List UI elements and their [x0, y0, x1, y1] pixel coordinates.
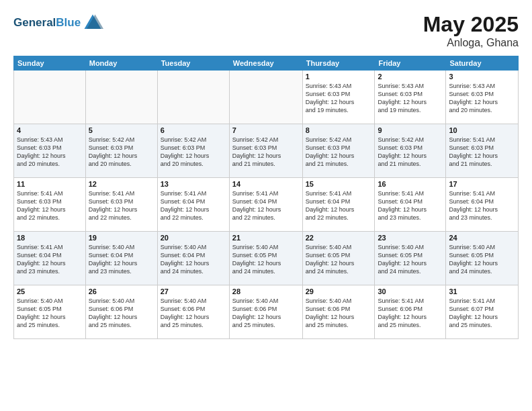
calendar-cell: 18Sunrise: 5:41 AM Sunset: 6:04 PM Dayli…: [14, 232, 86, 285]
calendar-cell: 2Sunrise: 5:43 AM Sunset: 6:03 PM Daylig…: [375, 71, 446, 124]
calendar-cell: 13Sunrise: 5:41 AM Sunset: 6:04 PM Dayli…: [157, 178, 229, 232]
calendar-cell: 14Sunrise: 5:41 AM Sunset: 6:04 PM Dayli…: [229, 178, 302, 232]
day-info: Sunrise: 5:41 AM Sunset: 6:04 PM Dayligh…: [17, 243, 83, 276]
day-number: 21: [232, 234, 300, 242]
day-number: 8: [306, 126, 372, 134]
day-info: Sunrise: 5:40 AM Sunset: 6:05 PM Dayligh…: [17, 297, 83, 330]
calendar-cell: 21Sunrise: 5:40 AM Sunset: 6:05 PM Dayli…: [229, 232, 302, 285]
calendar-week-row: 4Sunrise: 5:43 AM Sunset: 6:03 PM Daylig…: [14, 124, 519, 178]
day-info: Sunrise: 5:40 AM Sunset: 6:06 PM Dayligh…: [161, 297, 226, 330]
day-number: 31: [449, 287, 515, 295]
day-number: 20: [161, 234, 226, 242]
day-number: 22: [306, 234, 372, 242]
calendar-cell: 27Sunrise: 5:40 AM Sunset: 6:06 PM Dayli…: [157, 285, 229, 339]
calendar-table: SundayMondayTuesdayWednesdayThursdayFrid…: [13, 56, 519, 339]
day-info: Sunrise: 5:41 AM Sunset: 6:06 PM Dayligh…: [378, 297, 443, 330]
calendar-day-header: Sunday: [14, 56, 86, 71]
day-number: 11: [17, 180, 83, 188]
day-number: 23: [378, 234, 443, 242]
calendar-cell: 26Sunrise: 5:40 AM Sunset: 6:06 PM Dayli…: [85, 285, 157, 339]
calendar-cell: 9Sunrise: 5:42 AM Sunset: 6:03 PM Daylig…: [375, 124, 446, 178]
day-number: 13: [161, 180, 226, 188]
calendar-week-row: 11Sunrise: 5:41 AM Sunset: 6:03 PM Dayli…: [14, 178, 519, 232]
main-title: May 2025: [423, 12, 519, 37]
day-number: 29: [306, 287, 372, 295]
day-info: Sunrise: 5:42 AM Sunset: 6:03 PM Dayligh…: [306, 136, 372, 169]
day-info: Sunrise: 5:40 AM Sunset: 6:06 PM Dayligh…: [89, 297, 154, 330]
day-info: Sunrise: 5:40 AM Sunset: 6:05 PM Dayligh…: [306, 243, 372, 276]
calendar-day-header: Tuesday: [157, 56, 229, 71]
day-number: 14: [232, 180, 300, 188]
calendar-cell: 19Sunrise: 5:40 AM Sunset: 6:04 PM Dayli…: [85, 232, 157, 285]
day-number: 18: [17, 234, 83, 242]
day-number: 30: [378, 287, 443, 295]
day-info: Sunrise: 5:42 AM Sunset: 6:03 PM Dayligh…: [232, 136, 300, 169]
day-info: Sunrise: 5:43 AM Sunset: 6:03 PM Dayligh…: [378, 82, 443, 115]
day-number: 19: [89, 234, 154, 242]
page: GeneralBlue May 2025 Anloga, Ghana Sunda…: [0, 0, 532, 411]
calendar-week-row: 25Sunrise: 5:40 AM Sunset: 6:05 PM Dayli…: [14, 285, 519, 339]
calendar-cell: 30Sunrise: 5:41 AM Sunset: 6:06 PM Dayli…: [375, 285, 446, 339]
calendar-cell: 12Sunrise: 5:41 AM Sunset: 6:03 PM Dayli…: [85, 178, 157, 232]
day-number: 5: [89, 126, 154, 134]
day-number: 10: [449, 126, 515, 134]
day-info: Sunrise: 5:40 AM Sunset: 6:06 PM Dayligh…: [232, 297, 300, 330]
calendar-cell: 22Sunrise: 5:40 AM Sunset: 6:05 PM Dayli…: [302, 232, 375, 285]
calendar-cell: 5Sunrise: 5:42 AM Sunset: 6:03 PM Daylig…: [85, 124, 157, 178]
calendar-day-header: Thursday: [302, 56, 375, 71]
day-info: Sunrise: 5:41 AM Sunset: 6:03 PM Dayligh…: [17, 189, 83, 222]
title-block: May 2025 Anloga, Ghana: [423, 12, 519, 49]
day-number: 2: [378, 73, 443, 81]
calendar-cell: 16Sunrise: 5:41 AM Sunset: 6:04 PM Dayli…: [375, 178, 446, 232]
day-info: Sunrise: 5:41 AM Sunset: 6:07 PM Dayligh…: [449, 297, 515, 330]
calendar-cell: 20Sunrise: 5:40 AM Sunset: 6:04 PM Dayli…: [157, 232, 229, 285]
day-info: Sunrise: 5:40 AM Sunset: 6:04 PM Dayligh…: [161, 243, 226, 276]
day-number: 25: [17, 287, 83, 295]
day-number: 12: [89, 180, 154, 188]
logo-icon: [82, 12, 103, 34]
calendar-cell: 11Sunrise: 5:41 AM Sunset: 6:03 PM Dayli…: [14, 178, 86, 232]
day-info: Sunrise: 5:42 AM Sunset: 6:03 PM Dayligh…: [161, 136, 226, 169]
day-info: Sunrise: 5:41 AM Sunset: 6:04 PM Dayligh…: [449, 189, 515, 222]
day-info: Sunrise: 5:41 AM Sunset: 6:04 PM Dayligh…: [306, 189, 372, 222]
header: GeneralBlue May 2025 Anloga, Ghana: [13, 12, 519, 49]
calendar-cell: [85, 71, 157, 124]
calendar-day-header: Monday: [85, 56, 157, 71]
calendar-cell: 23Sunrise: 5:40 AM Sunset: 6:05 PM Dayli…: [375, 232, 446, 285]
calendar-day-header: Friday: [375, 56, 446, 71]
day-info: Sunrise: 5:41 AM Sunset: 6:04 PM Dayligh…: [232, 189, 300, 222]
calendar-day-header: Saturday: [446, 56, 519, 71]
calendar-cell: 1Sunrise: 5:43 AM Sunset: 6:03 PM Daylig…: [302, 71, 375, 124]
day-info: Sunrise: 5:41 AM Sunset: 6:03 PM Dayligh…: [89, 189, 154, 222]
day-number: 24: [449, 234, 515, 242]
day-info: Sunrise: 5:43 AM Sunset: 6:03 PM Dayligh…: [17, 136, 83, 169]
day-info: Sunrise: 5:41 AM Sunset: 6:04 PM Dayligh…: [161, 189, 226, 222]
calendar-day-header: Wednesday: [229, 56, 302, 71]
calendar-week-row: 18Sunrise: 5:41 AM Sunset: 6:04 PM Dayli…: [14, 232, 519, 285]
day-info: Sunrise: 5:40 AM Sunset: 6:05 PM Dayligh…: [232, 243, 300, 276]
day-number: 16: [378, 180, 443, 188]
day-info: Sunrise: 5:40 AM Sunset: 6:05 PM Dayligh…: [378, 243, 443, 276]
sub-title: Anloga, Ghana: [423, 37, 519, 49]
calendar-cell: 29Sunrise: 5:40 AM Sunset: 6:06 PM Dayli…: [302, 285, 375, 339]
day-number: 1: [306, 73, 372, 81]
day-info: Sunrise: 5:41 AM Sunset: 6:03 PM Dayligh…: [449, 136, 515, 169]
day-info: Sunrise: 5:40 AM Sunset: 6:06 PM Dayligh…: [306, 297, 372, 330]
day-number: 3: [449, 73, 515, 81]
day-number: 27: [161, 287, 226, 295]
day-info: Sunrise: 5:43 AM Sunset: 6:03 PM Dayligh…: [449, 82, 515, 115]
calendar-cell: 4Sunrise: 5:43 AM Sunset: 6:03 PM Daylig…: [14, 124, 86, 178]
day-number: 4: [17, 126, 83, 134]
calendar-cell: 25Sunrise: 5:40 AM Sunset: 6:05 PM Dayli…: [14, 285, 86, 339]
day-number: 9: [378, 126, 443, 134]
day-info: Sunrise: 5:40 AM Sunset: 6:04 PM Dayligh…: [89, 243, 154, 276]
calendar-cell: [14, 71, 86, 124]
calendar-cell: 10Sunrise: 5:41 AM Sunset: 6:03 PM Dayli…: [446, 124, 519, 178]
calendar-cell: 6Sunrise: 5:42 AM Sunset: 6:03 PM Daylig…: [157, 124, 229, 178]
logo-text: GeneralBlue: [13, 16, 81, 30]
day-info: Sunrise: 5:43 AM Sunset: 6:03 PM Dayligh…: [306, 82, 372, 115]
calendar-cell: 31Sunrise: 5:41 AM Sunset: 6:07 PM Dayli…: [446, 285, 519, 339]
day-number: 28: [232, 287, 300, 295]
day-number: 7: [232, 126, 300, 134]
day-number: 6: [161, 126, 226, 134]
